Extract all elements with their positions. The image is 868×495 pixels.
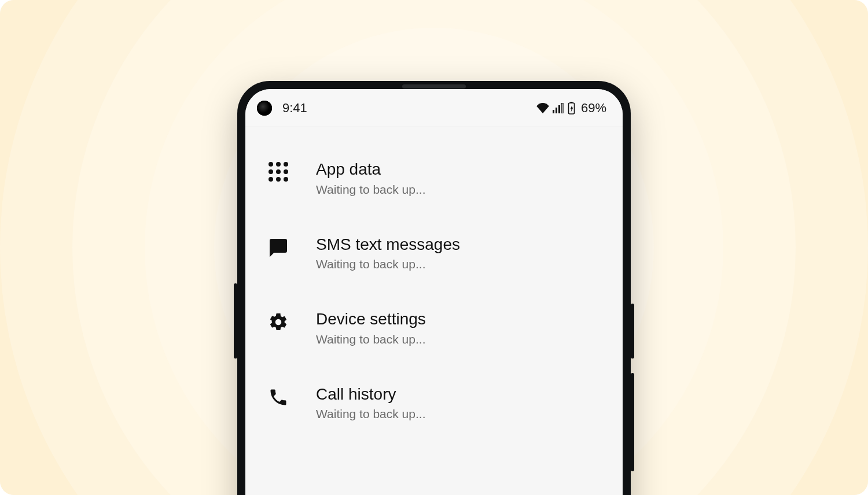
- phone-speaker: [402, 84, 466, 88]
- phone-body: 9:41: [237, 81, 631, 495]
- list-item[interactable]: App data Waiting to back up...: [258, 145, 610, 220]
- battery-icon: [568, 102, 575, 114]
- list-item-title: SMS text messages: [316, 235, 605, 254]
- list-item[interactable]: SMS text messages Waiting to back up...: [258, 220, 610, 295]
- svg-rect-1: [556, 108, 557, 113]
- list-item-title: App data: [316, 160, 605, 179]
- list-item[interactable]: Call history Waiting to back up...: [258, 370, 610, 445]
- phone-frame: 9:41: [237, 81, 631, 495]
- list-item-title: Device settings: [316, 309, 605, 329]
- status-time: 9:41: [282, 101, 307, 116]
- list-item-subtitle: Waiting to back up...: [316, 407, 605, 421]
- gear-icon: [263, 309, 294, 333]
- status-bar: 9:41: [245, 89, 623, 127]
- svg-rect-3: [561, 103, 563, 113]
- backup-items-list: App data Waiting to back up... SMS text …: [245, 127, 623, 444]
- phone-screen: 9:41: [245, 89, 623, 495]
- list-item[interactable]: Device settings Waiting to back up...: [258, 294, 610, 370]
- phone-side-button-left: [234, 283, 237, 359]
- list-item-subtitle: Waiting to back up...: [316, 183, 605, 197]
- status-battery-percent: 69%: [581, 101, 606, 116]
- camera-hole: [257, 101, 272, 116]
- phone-side-button-right: [631, 373, 634, 471]
- list-item-subtitle: Waiting to back up...: [316, 257, 605, 271]
- phone-side-button-right: [631, 304, 634, 359]
- svg-rect-0: [553, 110, 554, 113]
- list-item-subtitle: Waiting to back up...: [316, 333, 605, 346]
- message-icon: [263, 235, 294, 258]
- list-item-title: Call history: [316, 385, 605, 404]
- cellular-signal-icon: [553, 103, 564, 113]
- phone-icon: [263, 385, 294, 408]
- apps-grid-icon: [263, 160, 294, 182]
- svg-rect-2: [558, 105, 560, 113]
- wifi-icon: [536, 103, 549, 113]
- illustration-canvas: 9:41: [0, 0, 868, 495]
